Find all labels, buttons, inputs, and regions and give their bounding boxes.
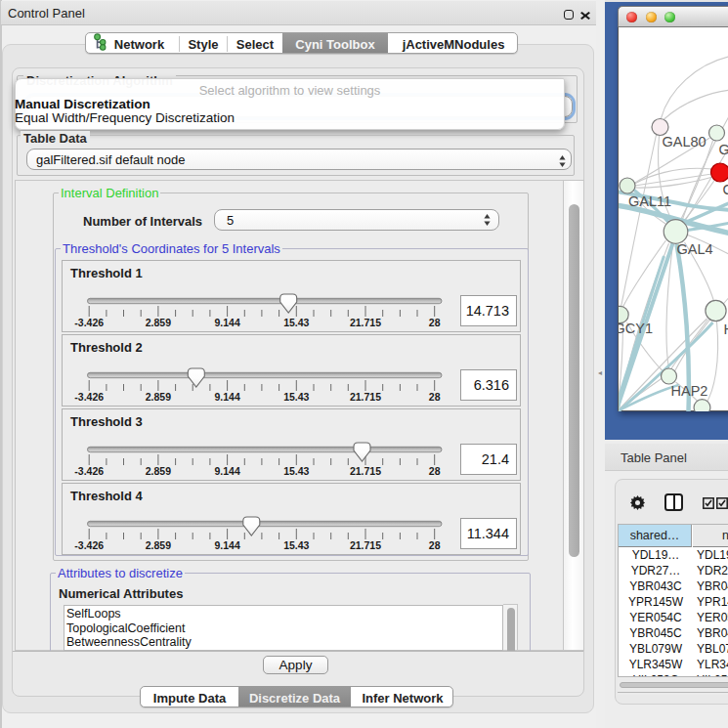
svg-text:21.715: 21.715 — [350, 539, 381, 551]
svg-text:15.43: 15.43 — [283, 465, 309, 477]
svg-text:HAP2: HAP2 — [670, 383, 707, 399]
svg-text:2.859: 2.859 — [146, 391, 171, 403]
svg-text:CRP1: CRP1 — [722, 182, 728, 197]
svg-text:28: 28 — [429, 539, 441, 551]
svg-text:GAL80: GAL80 — [662, 134, 706, 150]
svg-text:-3.426: -3.426 — [74, 317, 104, 328]
svg-text:21.715: 21.715 — [350, 317, 381, 328]
svg-text:GCY1: GCY1 — [619, 321, 653, 336]
svg-text:GAL11: GAL11 — [628, 193, 671, 209]
svg-text:28: 28 — [429, 391, 441, 403]
svg-text:HAP1: HAP1 — [723, 321, 728, 337]
svg-text:9.144: 9.144 — [214, 539, 239, 551]
svg-text:15.43: 15.43 — [283, 391, 309, 403]
svg-text:9.144: 9.144 — [214, 465, 239, 477]
svg-text:-3.426: -3.426 — [74, 465, 104, 477]
svg-text:GAL3: GAL3 — [718, 142, 728, 157]
svg-text:28: 28 — [429, 317, 441, 328]
svg-text:2.859: 2.859 — [146, 539, 171, 551]
svg-text:21.715: 21.715 — [350, 465, 381, 477]
svg-text:GAL4: GAL4 — [676, 241, 712, 257]
svg-text:2.859: 2.859 — [146, 317, 171, 328]
svg-text:21.715: 21.715 — [350, 391, 381, 403]
svg-text:28: 28 — [429, 465, 441, 477]
svg-text:15.43: 15.43 — [283, 539, 309, 551]
svg-text:-3.426: -3.426 — [74, 539, 104, 551]
svg-text:9.144: 9.144 — [214, 317, 239, 328]
svg-text:2.859: 2.859 — [146, 465, 171, 477]
svg-text:9.144: 9.144 — [214, 391, 239, 403]
svg-text:-3.426: -3.426 — [74, 391, 104, 403]
svg-text:15.43: 15.43 — [283, 317, 309, 328]
